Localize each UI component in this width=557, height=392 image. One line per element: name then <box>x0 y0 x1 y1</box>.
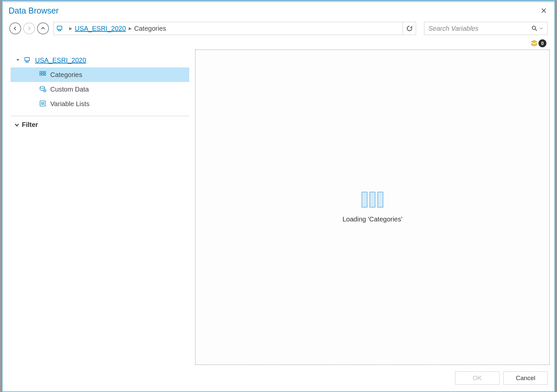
selection-count: 0 <box>538 39 546 47</box>
up-button[interactable] <box>37 22 49 34</box>
svg-rect-6 <box>42 71 44 73</box>
svg-rect-5 <box>40 71 41 73</box>
tree-item-custom-data[interactable]: Custom Data <box>11 82 189 97</box>
tree-item-variable-lists[interactable]: Variable Lists <box>11 97 189 111</box>
title-bar: Data Browser <box>3 1 554 20</box>
breadcrumb-current: Categories <box>134 25 166 32</box>
main-area: USA_ESRI_2020 <box>3 50 554 370</box>
selection-badge-row: 0 <box>3 37 554 50</box>
cancel-button-label: Cancel <box>516 374 535 382</box>
layers-icon <box>531 40 538 47</box>
tree-root-label[interactable]: USA_ESRI_2020 <box>35 57 86 64</box>
sidebar: USA_ESRI_2020 <box>11 50 189 365</box>
svg-rect-10 <box>44 74 46 75</box>
database-icon <box>24 56 32 64</box>
loading-bar-icon <box>377 192 383 208</box>
svg-rect-3 <box>25 58 29 61</box>
tree-item-label: Categories <box>50 71 82 79</box>
data-browser-dialog: Data Browser ▶ USA_ESRI_2020 ▶ <box>2 0 555 392</box>
refresh-button[interactable] <box>403 22 416 35</box>
search-box[interactable] <box>424 22 548 35</box>
database-icon <box>57 25 64 32</box>
window-top-border <box>3 1 554 3</box>
tree-root[interactable]: USA_ESRI_2020 <box>11 53 189 67</box>
forward-button <box>23 22 35 34</box>
categories-icon <box>39 71 47 79</box>
breadcrumb-separator: ▶ <box>129 26 132 31</box>
loading-bar-icon <box>369 192 375 208</box>
breadcrumb-separator: ▶ <box>69 26 72 31</box>
back-button[interactable] <box>9 22 21 34</box>
arrow-left-icon <box>13 26 18 31</box>
window-title: Data Browser <box>9 6 59 16</box>
filter-section-toggle[interactable]: Filter <box>11 116 189 133</box>
breadcrumb-database-link[interactable]: USA_ESRI_2020 <box>75 25 126 32</box>
svg-rect-0 <box>57 26 62 29</box>
selected-variables-badge[interactable]: 0 <box>531 39 546 47</box>
refresh-icon <box>406 25 413 32</box>
chevron-down-icon <box>15 123 19 127</box>
content-pane: Loading 'Categories' <box>195 50 550 365</box>
ok-button: OK <box>455 372 499 385</box>
search-input[interactable] <box>428 24 532 33</box>
search-dropdown[interactable] <box>539 27 544 30</box>
svg-rect-8 <box>40 74 41 75</box>
ok-button-label: OK <box>473 374 482 382</box>
svg-rect-9 <box>42 74 44 75</box>
dialog-footer: OK Cancel <box>3 370 554 391</box>
custom-data-icon <box>39 85 47 93</box>
tree-item-label: Custom Data <box>50 86 89 93</box>
tree-item-categories[interactable]: Categories <box>11 67 189 82</box>
close-icon <box>541 8 546 13</box>
chevron-down-icon <box>539 27 543 30</box>
tree-item-label: Variable Lists <box>50 100 90 108</box>
navigation-toolbar: ▶ USA_ESRI_2020 ▶ Categories <box>3 20 554 37</box>
search-icon <box>532 25 537 31</box>
tree-view: USA_ESRI_2020 <box>11 50 189 116</box>
address-bar[interactable]: ▶ USA_ESRI_2020 ▶ Categories <box>54 22 416 35</box>
cancel-button[interactable]: Cancel <box>503 372 548 385</box>
collapse-icon[interactable] <box>16 58 21 62</box>
svg-rect-7 <box>44 71 46 73</box>
loading-spinner <box>362 192 383 208</box>
variable-lists-icon <box>39 100 47 108</box>
arrow-right-icon <box>27 26 31 31</box>
filter-section-label: Filter <box>22 121 38 129</box>
loading-bar-icon <box>362 192 367 208</box>
loading-text: Loading 'Categories' <box>342 216 402 223</box>
svg-point-2 <box>532 26 536 29</box>
close-button[interactable] <box>539 6 548 15</box>
arrow-up-icon <box>41 26 45 31</box>
search-button[interactable] <box>532 25 537 31</box>
svg-point-11 <box>40 86 45 88</box>
